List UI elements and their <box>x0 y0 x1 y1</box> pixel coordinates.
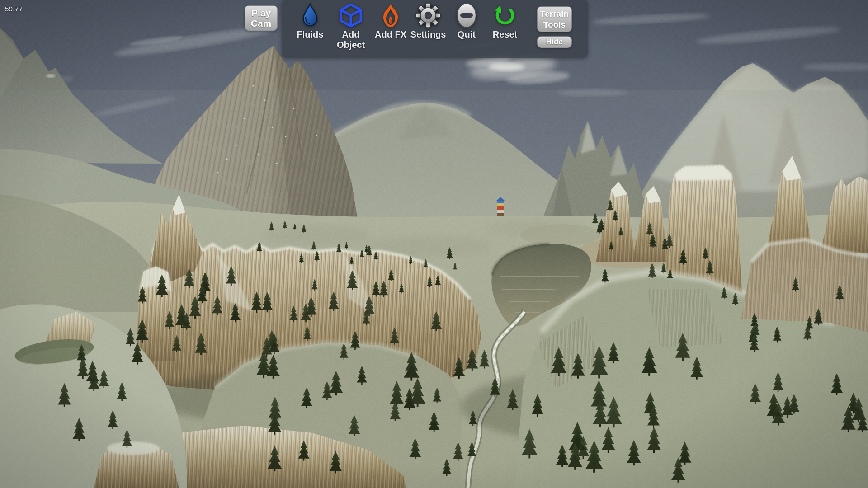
gear-icon <box>415 2 441 29</box>
toolbar-item-reset[interactable]: Reset <box>485 2 525 40</box>
water-drop-icon <box>300 2 320 29</box>
toolbar-item-settings[interactable]: Settings <box>408 2 448 40</box>
fps-counter: 59.77 <box>5 5 23 13</box>
hide-button[interactable]: Hide <box>537 36 572 48</box>
reset-arrow-icon <box>495 2 515 29</box>
flame-icon <box>379 2 402 29</box>
terrain-viewport[interactable] <box>0 0 868 488</box>
app-window: 59.77 Play Cam Fluids <box>0 0 868 488</box>
toolbar-item-fluids[interactable]: Fluids <box>290 2 330 40</box>
toolbar-item-add-object[interactable]: Add Object <box>331 2 371 50</box>
play-cam-button[interactable]: Play Cam <box>245 5 278 31</box>
toolbar-item-label: Fluids <box>297 29 324 40</box>
toolbar-item-label: Quit <box>458 29 476 40</box>
toolbar-item-add-fx[interactable]: Add FX <box>371 2 410 40</box>
power-minus-icon <box>456 2 477 29</box>
toolbar-item-label: Settings <box>410 29 446 40</box>
terrain-tools-button[interactable]: Terrain Tools <box>537 6 572 32</box>
toolbar-item-label: Reset <box>493 29 517 40</box>
vignette <box>0 0 868 488</box>
cube-wireframe-icon <box>339 2 363 29</box>
toolbar-item-label: Add Object <box>331 29 371 50</box>
toolbar-panel: Fluids Add Object Add <box>282 0 588 58</box>
toolbar-item-label: Add FX <box>375 29 406 40</box>
toolbar-item-quit[interactable]: Quit <box>447 2 486 40</box>
